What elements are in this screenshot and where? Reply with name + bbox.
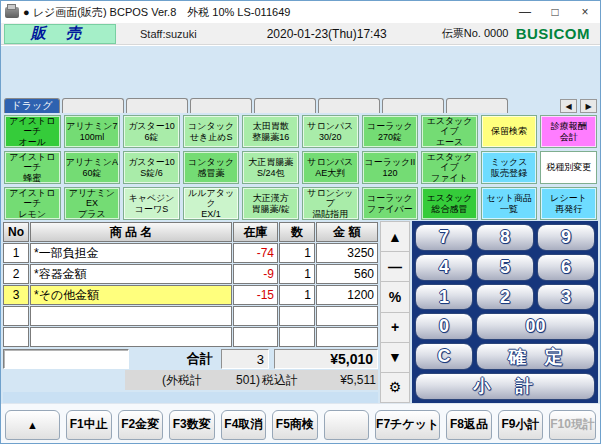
key-8[interactable]: 8 [476,224,534,251]
grid-button[interactable]: サロンシップ温貼指用 [302,187,359,220]
f7-ticket-button[interactable]: F7チケット [375,410,440,440]
grid-button[interactable]: アリナミン7100ml [64,115,121,148]
key-00[interactable]: 00 [476,313,595,340]
maximize-button[interactable]: □ [540,1,570,23]
tab-scroll-left-icon[interactable]: ◀ [560,99,577,113]
grid-button[interactable]: ミックス販売登録 [481,151,538,184]
plus-button[interactable]: + [380,313,410,343]
f5-product-search-button[interactable]: F5商検 [272,410,318,440]
grid-button[interactable]: サロンパスAE大判 [302,151,359,184]
f1-cancel-button[interactable]: F1中止 [66,410,112,440]
grid-button-label: 60錠 [82,168,101,179]
grid-button[interactable]: エスタック総合感冒 [421,187,478,220]
datetime-label: 2020-01-23(Thu)17:43 [267,27,387,41]
tab-blank[interactable] [446,98,508,113]
tab-blank[interactable] [190,98,252,113]
grid-button[interactable]: セット商品一覧 [481,187,538,220]
tab-blank[interactable] [254,98,316,113]
grid-button-label: アリナミンEX [65,188,120,209]
numpad-row: 123 [415,284,595,311]
receipt-panel: No商 品 名在庫数金 額1*一部負担金-74132502*容器金額-91560… [3,221,378,403]
grid-button[interactable]: 税種別変更 [540,151,597,184]
key-2[interactable]: 2 [476,284,534,311]
grid-button[interactable]: キャベジンコーワS [123,187,180,220]
tab-blank[interactable] [382,98,444,113]
grid-button-label: EX/1 [201,209,221,220]
key-0[interactable]: 0 [415,313,473,340]
grid-button[interactable]: 太田胃散整腸薬16 [242,115,299,148]
tax-excl-value: 501) [202,373,260,387]
slip-number-label: 伝票No. 0000 [442,26,509,41]
key-9[interactable]: 9 [537,224,595,251]
key-4[interactable]: 4 [415,254,473,281]
grid-button[interactable]: 大正漢方胃腸薬/錠 [242,187,299,220]
grid-button[interactable]: コーラック270錠 [362,115,419,148]
grid-button[interactable]: ガスター106錠 [123,115,180,148]
grid-button[interactable]: コーラックファイバー [362,187,419,220]
tab-drag[interactable]: ドラッグ [4,98,60,113]
grid-button[interactable]: エスタックイブエース [421,115,478,148]
table-cell-no: 1 [3,243,29,263]
grid-button[interactable]: アイストローチレモン [4,187,61,220]
table-cell-name: *容器金額 [30,264,232,284]
busicom-logo: BUSICOM [516,25,590,42]
key-1[interactable]: 1 [415,284,473,311]
tab-scroll-right-icon[interactable]: ▶ [580,99,597,113]
barcode-input[interactable] [3,349,129,369]
tab-blank[interactable] [62,98,124,113]
tab-blank[interactable] [126,98,188,113]
table-cell-no [3,327,29,347]
key-7[interactable]: 7 [415,224,473,251]
f6-blank-button[interactable] [324,410,370,440]
grid-button-label: ファイト [431,173,468,184]
grid-button[interactable]: アリナミンEXプラス [64,187,121,220]
function-bar: ▲F1中止F2金変F3数変F4取消F5商検F7チケットF8返品F9小計F10現計 [1,403,600,444]
numpad-row: 000 [415,313,595,340]
f3-qty-change-button[interactable]: F3数変 [169,410,215,440]
percent-button[interactable]: % [380,282,410,312]
grid-button[interactable]: 大正胃腸薬S/24包 [242,151,299,184]
grid-button-label: S/24包 [257,168,285,179]
grid-button[interactable]: アイストローチ蜂蜜 [4,151,61,184]
grid-button[interactable]: コンタックせき止めS [183,115,240,148]
f4-void-button[interactable]: F4取消 [221,410,267,440]
f10-cash-total-button[interactable]: F10現計 [549,410,596,440]
grid-button[interactable]: レシート再発行 [540,187,597,220]
grid-button[interactable]: ルルアタックEX/1 [183,187,240,220]
key-subtotal[interactable]: 小 計 [415,373,595,400]
grid-button[interactable]: コーラックII120 [362,151,419,184]
close-button[interactable]: × [570,1,600,23]
grid-button[interactable]: アリナミンA60錠 [64,151,121,184]
settings-button[interactable]: ⚙ [380,373,410,403]
key-clear[interactable]: C [415,343,473,370]
grid-button[interactable]: アイストローチオール [4,115,61,148]
tab-blank[interactable] [318,98,380,113]
f2-price-change-button[interactable]: F2金変 [118,410,164,440]
grid-button-label: 蜂蜜 [23,173,41,184]
scroll-down-button[interactable]: ▼ [380,343,410,373]
grid-button[interactable]: ガスター10S錠/6 [123,151,180,184]
grid-button-label: せき止めS [190,132,233,143]
key-6[interactable]: 6 [537,254,595,281]
key-confirm[interactable]: 確 定 [476,343,595,370]
table-cell-amount [316,327,378,347]
fbar-scroll-button[interactable]: ▲ [5,410,60,440]
key-5[interactable]: 5 [476,254,534,281]
grid-button-label: エース [436,137,463,148]
table-cell-no [3,306,29,326]
grid-button-label: ガスター10 [128,121,175,132]
grid-button[interactable]: コンタック感冒薬 [183,151,240,184]
minus-button[interactable]: — [380,252,410,282]
grid-button[interactable]: サロンパス30/20 [302,115,359,148]
key-3[interactable]: 3 [537,284,595,311]
grid-button[interactable]: エスタックイブファイト [421,151,478,184]
f8-return-button[interactable]: F8返品 [446,410,492,440]
f9-subtotal-button[interactable]: F9小計 [498,410,544,440]
table-header-cell: 数 [279,222,315,242]
grid-button[interactable]: 診療報酬会計 [540,115,597,148]
scroll-up-button[interactable]: ▲ [380,221,410,252]
table-cell-amount: 1200 [316,285,378,305]
minimize-button[interactable]: — [510,1,540,23]
grid-button[interactable]: 保留検索 [481,115,538,148]
grid-button-label: セット商品 [486,193,532,204]
